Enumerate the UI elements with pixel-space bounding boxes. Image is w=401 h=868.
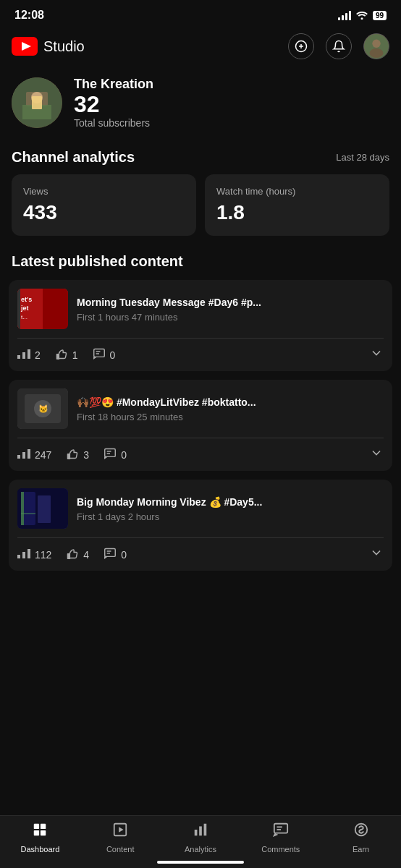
channel-name: The Kreation [74,77,153,92]
likes-stat-3: 4 [66,548,89,562]
create-button[interactable] [288,33,314,59]
content-top-2: 🐱 🙌🏾💯😍 #MondayLitVibez #boktatto... Firs… [9,380,392,438]
views-stat-2: 247 [17,448,51,461]
expand-button-2[interactable] [369,446,384,464]
content-stats-1: 2 1 [9,339,392,371]
likes-icon-1 [55,348,68,362]
content-age-1: First 1 hours 47 minutes [77,312,384,323]
comments-count-2: 0 [121,449,127,461]
expand-button-1[interactable] [369,346,384,364]
views-card[interactable]: Views 433 [12,174,196,236]
svg-point-7 [372,40,380,48]
svg-rect-34 [67,454,70,459]
svg-rect-51 [41,824,46,829]
svg-rect-46 [67,553,70,559]
watchtime-card[interactable]: Watch time (hours) 1.8 [205,174,389,236]
likes-count-2: 3 [83,449,89,461]
home-indicator [157,861,244,864]
top-nav: Studio [0,27,401,68]
analytics-icon [193,822,208,842]
channel-info: The Kreation 32 Total subscribers [0,68,401,143]
latest-content-title: Latest published content [0,253,401,280]
svg-rect-33 [28,449,30,459]
content-label: Content [106,845,135,854]
youtube-logo [12,37,38,56]
svg-rect-44 [22,552,25,558]
views-stat-1: 2 [17,349,41,362]
content-stats-2: 247 3 [9,438,392,471]
comments-stat-1: 0 [93,348,116,362]
content-icon [112,822,128,842]
content-item-2[interactable]: 🐱 🙌🏾💯😍 #MondayLitVibez #boktatto... Firs… [9,380,392,471]
content-title-2: 🙌🏾💯😍 #MondayLitVibez #boktatto... [77,396,384,409]
views-count-2: 247 [35,449,51,461]
svg-rect-41 [21,492,24,525]
nav-item-comments[interactable]: Comments [256,822,306,854]
nav-item-content[interactable]: Content [95,822,145,854]
analytics-label: Analytics [185,845,216,854]
svg-rect-20 [17,355,20,359]
comments-stat-3: 0 [104,548,127,562]
wifi-icon [355,9,368,22]
svg-rect-35 [105,448,116,456]
comments-count-1: 0 [110,349,116,361]
views-value: 433 [23,201,185,224]
svg-text:jet: jet [20,305,29,312]
status-time: 12:08 [14,9,44,22]
comments-icon-2 [104,448,117,462]
svg-rect-52 [34,830,39,835]
views-stat-3: 112 [17,548,51,561]
svg-text:et's: et's [21,296,32,303]
content-age-2: First 18 hours 25 minutes [77,412,384,422]
svg-text:🐱: 🐱 [38,404,48,414]
svg-rect-40 [38,495,51,523]
svg-rect-43 [17,555,20,558]
earn-icon [353,822,369,842]
likes-icon-2 [66,448,79,462]
nav-item-dashboard[interactable]: Dashboard [14,822,65,854]
svg-rect-57 [199,826,202,835]
content-age-3: First 1 days 2 hours [77,511,384,522]
analytics-cards: Views 433 Watch time (hours) 1.8 [0,174,401,253]
status-icons: 99 [338,9,387,22]
earn-label: Earn [353,845,369,854]
subscriber-label: Total subscribers [74,117,153,129]
views-icon-3 [17,548,30,561]
likes-icon-3 [66,548,79,562]
dashboard-icon [32,822,48,842]
comments-count-3: 0 [121,549,127,561]
svg-rect-21 [22,352,25,359]
content-meta-3: Big Monday Morning Vibez 💰 #Day5... Firs… [77,495,384,522]
comments-icon-3 [104,548,117,562]
comments-label: Comments [261,845,300,854]
svg-marker-55 [119,827,123,832]
nav-actions [288,33,389,59]
svg-rect-19 [17,289,20,329]
content-item-1[interactable]: et's jet t... Morning Tuesday Message #D… [9,280,392,371]
watchtime-label: Watch time (hours) [216,186,378,197]
studio-label: Studio [43,38,85,55]
notification-button[interactable] [326,33,352,59]
dashboard-label: Dashboard [20,845,59,854]
thumbnail-3 [17,488,68,529]
thumbnail-1: et's jet t... [17,289,68,329]
svg-text:t...: t... [21,314,28,320]
views-count-1: 2 [35,349,41,361]
content-meta-2: 🙌🏾💯😍 #MondayLitVibez #boktatto... First … [77,396,384,422]
nav-item-earn[interactable]: Earn [336,822,387,854]
views-label: Views [23,186,185,197]
svg-rect-32 [22,452,25,459]
nav-item-analytics[interactable]: Analytics [175,822,226,854]
user-avatar[interactable] [363,33,389,59]
expand-button-3[interactable] [369,545,384,563]
content-title-1: Morning Tuesday Message #Day6 #p... [77,296,384,309]
svg-rect-31 [17,455,20,459]
svg-rect-13 [32,96,42,109]
svg-rect-45 [28,549,30,558]
content-item-3[interactable]: Big Monday Morning Vibez 💰 #Day5... Firs… [9,480,392,571]
comments-nav-icon [273,822,289,842]
analytics-period: Last 28 days [336,152,389,163]
comments-stat-2: 0 [104,448,127,462]
svg-rect-23 [56,354,59,359]
svg-point-0 [360,17,363,20]
